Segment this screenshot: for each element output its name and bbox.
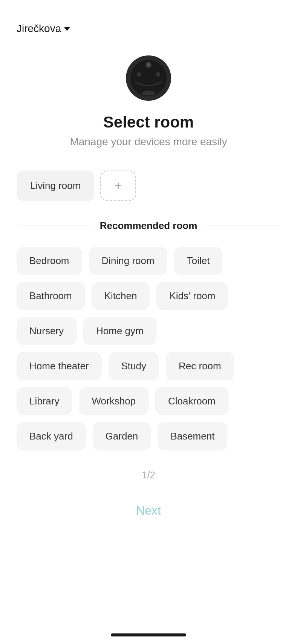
recommended-room-chip[interactable]: Library bbox=[17, 387, 72, 415]
recommended-room-chip[interactable]: Study bbox=[109, 352, 159, 380]
recommended-room-chip[interactable]: Kids' room bbox=[156, 282, 228, 310]
recommended-room-chip[interactable]: Toilet bbox=[174, 247, 223, 275]
svg-point-4 bbox=[142, 91, 155, 95]
recommended-row: NurseryHome gym bbox=[17, 317, 280, 345]
divider-section: Recommended room bbox=[0, 209, 297, 235]
location-name: Jirečkova bbox=[17, 23, 61, 35]
recommended-room-chip[interactable]: Garden bbox=[93, 422, 151, 450]
location-selector[interactable]: Jirečkova bbox=[17, 23, 70, 35]
recommended-row: LibraryWorkshopCloakroom bbox=[17, 387, 280, 415]
recommended-room-chip[interactable]: Nursery bbox=[17, 317, 77, 345]
recommended-heading: Recommended room bbox=[100, 220, 197, 232]
hero-section: Select room Manage your devices more eas… bbox=[0, 42, 297, 155]
robot-vacuum-icon bbox=[124, 54, 173, 103]
svg-point-3 bbox=[147, 63, 150, 66]
recommended-room-chip[interactable]: Cloakroom bbox=[155, 387, 228, 415]
svg-point-5 bbox=[137, 72, 141, 77]
page-subtitle: Manage your devices more easily bbox=[70, 136, 227, 148]
recommended-room-chip[interactable]: Basement bbox=[158, 422, 227, 450]
add-room-button[interactable]: + bbox=[100, 171, 136, 201]
next-button[interactable]: Next bbox=[121, 500, 176, 521]
recommended-room-chip[interactable]: Rec room bbox=[166, 352, 234, 380]
recommended-room-chip[interactable]: Home theater bbox=[17, 352, 102, 380]
recommended-row: Back yardGardenBasement bbox=[17, 422, 280, 450]
recommended-row: BedroomDining roomToilet bbox=[17, 247, 280, 275]
recommended-grid: BedroomDining roomToiletBathroomKitchenK… bbox=[0, 235, 297, 462]
recommended-room-chip[interactable]: Home gym bbox=[83, 317, 156, 345]
recommended-room-chip[interactable]: Kitchen bbox=[92, 282, 150, 310]
home-indicator bbox=[111, 633, 186, 636]
recommended-room-chip[interactable]: Bedroom bbox=[17, 247, 82, 275]
recommended-room-chip[interactable]: Dining room bbox=[89, 247, 167, 275]
next-button-section: Next bbox=[0, 489, 297, 533]
recommended-room-chip[interactable]: Bathroom bbox=[17, 282, 85, 310]
chevron-down-icon bbox=[64, 27, 70, 31]
page-title: Select room bbox=[103, 113, 194, 131]
top-bar: Jirečkova bbox=[0, 0, 297, 42]
added-room-chip[interactable]: Living room bbox=[17, 171, 94, 201]
recommended-room-chip[interactable]: Back yard bbox=[17, 422, 86, 450]
pagination: 1/2 bbox=[0, 462, 297, 489]
recommended-room-chip[interactable]: Workshop bbox=[79, 387, 148, 415]
added-rooms-section: Living room+ bbox=[0, 155, 297, 209]
divider-line-left bbox=[17, 226, 92, 226]
divider-line-right bbox=[205, 226, 280, 226]
recommended-row: Home theaterStudyRec room bbox=[17, 352, 280, 380]
recommended-row: BathroomKitchenKids' room bbox=[17, 282, 280, 310]
svg-point-6 bbox=[156, 72, 160, 77]
